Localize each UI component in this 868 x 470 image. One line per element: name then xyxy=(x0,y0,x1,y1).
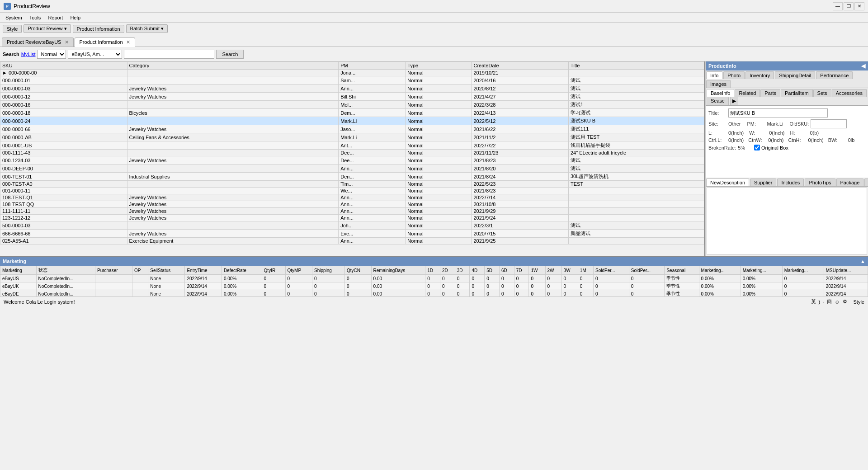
tab-product-review[interactable]: Product Review:eBayUS ✕ xyxy=(2,38,74,47)
desc-tab-newdescription[interactable]: NewDescription xyxy=(706,179,749,186)
desc-tab-supplier[interactable]: Supplier xyxy=(750,179,776,186)
desc-tab-package[interactable]: Package xyxy=(836,179,864,186)
product-information-button[interactable]: Product Information xyxy=(73,25,124,33)
subtab-parts[interactable]: Parts xyxy=(760,89,780,97)
table-row[interactable]: 111-1111-11 Jewelry Watches Ann... Norma… xyxy=(0,208,704,215)
col-header-pm[interactable]: PM xyxy=(339,62,406,70)
table-row[interactable]: 108-TEST-QQ Jewelry Watches Ann... Norma… xyxy=(0,201,704,208)
table-row[interactable]: 000-0001-US Ant... Normal 2022/7/22 浅画机眉… xyxy=(0,141,704,150)
subtab-sets[interactable]: Sets xyxy=(813,89,831,97)
mkt-col-seasonal[interactable]: Seasonal xyxy=(665,266,699,275)
search-button[interactable]: Search xyxy=(216,50,244,59)
table-row[interactable]: 000-TEST-01 Industrial Supplies Den... N… xyxy=(0,173,704,181)
table-row[interactable]: 108-TEST-Q1 Jewelry Watches Ann... Norma… xyxy=(0,194,704,201)
mkt-col-6d[interactable]: 6D xyxy=(499,266,514,275)
table-row[interactable]: 000-0000-AB Ceiling Fans & Accessories M… xyxy=(0,133,704,141)
mkt-col-mkt2[interactable]: Marketing... xyxy=(741,266,782,275)
smile-icon[interactable]: ☺ xyxy=(835,299,840,305)
oldsku-input[interactable] xyxy=(811,119,847,128)
table-row[interactable]: 000-0000-66 Jewelry Watches Jaso... Norm… xyxy=(0,125,704,133)
mkt-col-5d[interactable]: 5D xyxy=(485,266,500,275)
tab-performance[interactable]: Performance xyxy=(816,71,853,79)
mkt-col-mkt1[interactable]: Marketing... xyxy=(699,266,741,275)
chinese-icon[interactable]: 簡 xyxy=(827,298,832,305)
mkt-col-msupdate[interactable]: MSUpdate... xyxy=(824,266,868,275)
style-button[interactable]: Style xyxy=(3,25,22,33)
table-row[interactable]: 000-1234-03 Jewelry Watches Dee... Norma… xyxy=(0,156,704,164)
tab-product-information[interactable]: Product Information ✕ xyxy=(75,38,135,47)
mkt-col-status[interactable]: 状态 xyxy=(36,266,95,275)
mkt-col-soldper2[interactable]: SoldPer... xyxy=(629,266,665,275)
original-box-checkbox[interactable]: Original Box xyxy=(754,145,788,150)
col-header-createdate[interactable]: CreateDate xyxy=(472,62,569,70)
marketing-table-container[interactable]: Marketing 状态 Purchaser OP SellStatus Ent… xyxy=(0,266,868,296)
table-row[interactable]: 000-TEST-A0 Tim... Normal 2022/5/23 TEST xyxy=(0,181,704,188)
subtab-partialitem[interactable]: PartialItem xyxy=(781,89,813,97)
restore-button[interactable]: ❒ xyxy=(844,2,854,10)
subtab-accessories[interactable]: Accessories xyxy=(832,89,867,97)
col-header-sku[interactable]: SKU xyxy=(0,62,127,70)
mkt-col-7d[interactable]: 7D xyxy=(514,266,529,275)
site-select[interactable]: eBayUS, Am... xyxy=(68,50,122,59)
col-header-category[interactable]: Category xyxy=(127,62,339,70)
type-select[interactable]: Normal xyxy=(37,50,66,59)
product-review-button[interactable]: Product Review ▾ xyxy=(24,24,71,33)
desc-tab-phototips[interactable]: PhotoTips xyxy=(805,179,835,186)
mkt-col-defectrate[interactable]: DefectRate xyxy=(222,266,262,275)
list-item[interactable]: eBayUK NoCompletedIn... None 2022/9/14 0… xyxy=(0,282,868,290)
desc-tab-includes[interactable]: Includes xyxy=(777,179,804,186)
table-row[interactable]: 123-1212-12 Jewelry Watches Ann... Norma… xyxy=(0,215,704,221)
table-row[interactable]: 666-6666-66 Jewelry Watches Eve... Norma… xyxy=(0,230,704,238)
original-box-input[interactable] xyxy=(754,145,760,150)
mkt-col-1w[interactable]: 1W xyxy=(529,266,545,275)
mkt-col-mkt3[interactable]: Marketing... xyxy=(782,266,824,275)
mkt-col-sellstatus[interactable]: SellStatus xyxy=(148,266,185,275)
mkt-col-1m[interactable]: 1M xyxy=(578,266,593,275)
product-table-container[interactable]: SKU Category PM Type CreateDate Title ► … xyxy=(0,61,704,256)
subtab-arrow[interactable]: ▶ xyxy=(730,97,738,105)
mkt-col-soldper1[interactable]: SoldPer... xyxy=(594,266,629,275)
mkt-col-3w[interactable]: 3W xyxy=(561,266,578,275)
title-input[interactable] xyxy=(728,108,828,118)
dot-icon[interactable]: · xyxy=(823,299,824,305)
subtab-seasc[interactable]: Seasc xyxy=(707,97,729,105)
table-row[interactable]: 000-DEEP-00 Ann... Normal 2021/8/20 测试 xyxy=(0,164,704,173)
table-row[interactable]: 500-0000-03 Joh... Normal 2022/3/1 测试 xyxy=(0,221,704,230)
tab-info[interactable]: Info xyxy=(706,71,722,79)
table-row[interactable]: 000-0000-01 Sam... Normal 2020/4/16 测试 xyxy=(0,76,704,85)
mkt-col-2w[interactable]: 2W xyxy=(545,266,561,275)
col-header-type[interactable]: Type xyxy=(406,62,472,70)
tab-images[interactable]: Images xyxy=(706,80,731,88)
product-info-close[interactable]: ◀ xyxy=(861,63,865,69)
table-row[interactable]: ► 000-0000-00 Jona... Normal 2019/10/21 xyxy=(0,70,704,76)
mkt-col-3d[interactable]: 3D xyxy=(455,266,470,275)
menu-help[interactable]: Help xyxy=(66,14,84,21)
my-list-link[interactable]: MyList xyxy=(21,52,36,57)
mkt-col-4d[interactable]: 4D xyxy=(470,266,485,275)
desc-tab-custo[interactable]: Custo xyxy=(864,179,868,186)
col-header-title[interactable]: Title xyxy=(569,62,704,70)
mkt-col-remainingdays[interactable]: RemainingDays xyxy=(371,266,425,275)
table-row[interactable]: 025-A55-A1 Exercise Equipment Ann... Nor… xyxy=(0,238,704,244)
tab-photo[interactable]: Photo xyxy=(723,71,745,79)
batch-submit-button[interactable]: Batch Submit ▾ xyxy=(126,24,168,33)
table-row[interactable]: 000-0000-16 Mol... Normal 2022/3/28 测试1 xyxy=(0,101,704,109)
mkt-col-2d[interactable]: 2D xyxy=(440,266,455,275)
tab-close-product-review[interactable]: ✕ xyxy=(65,39,69,45)
subtab-related[interactable]: Related xyxy=(735,89,760,97)
tab-shippingdetail[interactable]: ShippingDetail xyxy=(775,71,815,79)
table-row[interactable]: 000-1111-43 Dee... Normal 2021/11/23 24"… xyxy=(0,150,704,156)
tab-close-product-information[interactable]: ✕ xyxy=(126,39,130,45)
list-item[interactable]: eBayUS NoCompletedIn... None 2022/9/14 0… xyxy=(0,275,868,282)
mkt-col-entrytime[interactable]: EntryTime xyxy=(185,266,222,275)
table-row[interactable]: 001-0000-11 We... Normal 2021/8/23 xyxy=(0,188,704,194)
table-row[interactable]: 000-0000-12 Jewelry Watches Bill.Shi Nor… xyxy=(0,93,704,101)
menu-tools[interactable]: Tools xyxy=(26,14,45,21)
mkt-col-qtyir[interactable]: QtyIR xyxy=(262,266,285,275)
marketing-expand-icon[interactable]: ▲ xyxy=(860,258,865,264)
list-item[interactable]: eBayDE NoCompletedIn... None 2022/9/14 0… xyxy=(0,290,868,297)
mkt-col-1d[interactable]: 1D xyxy=(425,266,440,275)
table-row[interactable]: 000-0000-24 Mark.Li Normal 2022/5/12 测试S… xyxy=(0,117,704,125)
mkt-col-qtycn[interactable]: QtyCN xyxy=(344,266,371,275)
table-row[interactable]: 000-0000-18 Bicycles Dem... Normal 2022/… xyxy=(0,109,704,117)
